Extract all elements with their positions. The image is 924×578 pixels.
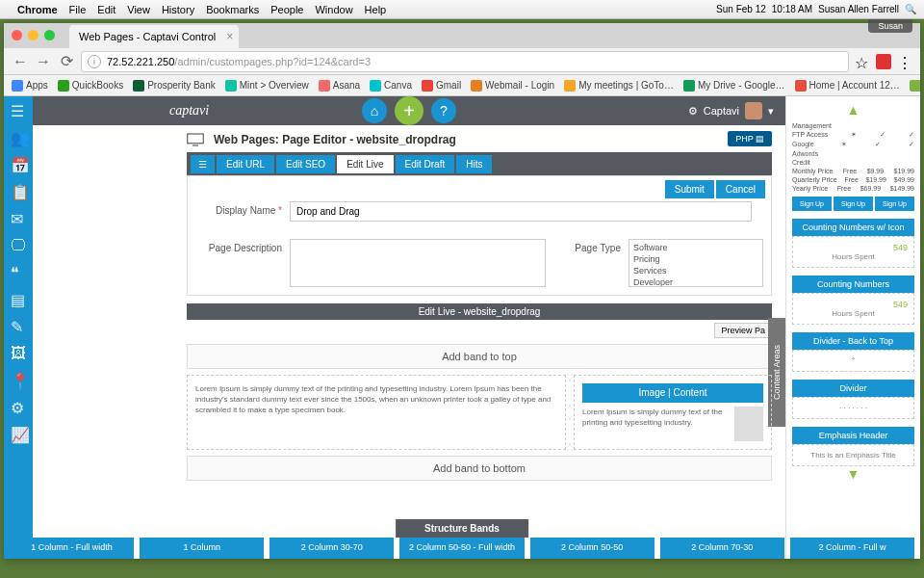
band-2col-5050[interactable]: 2 Column 50-50: [530, 538, 654, 559]
reload-icon[interactable]: ⟳: [58, 53, 75, 70]
scroll-up-icon[interactable]: ▲: [792, 102, 914, 118]
main: captavi ⌂ + ? ⚙ Captavi ▾ Web Pages: Pag…: [33, 96, 785, 559]
band-1col[interactable]: 1 Column: [140, 538, 264, 559]
tab-hits[interactable]: Hits: [456, 155, 492, 173]
add-band-bottom[interactable]: Add band to bottom: [187, 456, 772, 481]
bookmark-apps[interactable]: Apps: [12, 80, 48, 92]
clock-time: 10:18 AM: [772, 4, 812, 14]
bookmark-item[interactable]: Canva: [370, 80, 412, 92]
extension-icon[interactable]: [876, 54, 891, 69]
brand-logo[interactable]: captavi: [169, 103, 209, 118]
menu-window[interactable]: Window: [315, 4, 352, 15]
users-icon[interactable]: 👥: [11, 129, 26, 144]
chart-icon[interactable]: 📈: [11, 426, 26, 441]
menu-file[interactable]: File: [69, 4, 87, 15]
star-icon[interactable]: ☆: [855, 54, 870, 69]
band-2col-5050-full[interactable]: 2 Column 50-50 - Full width: [399, 538, 524, 559]
clock-date: Sun Feb 12: [716, 4, 766, 14]
preview-button[interactable]: Preview Pa: [714, 323, 772, 338]
help-button[interactable]: ?: [431, 98, 456, 123]
chrome-profile-badge[interactable]: Susan: [868, 19, 912, 33]
settings-icon[interactable]: ⚙: [11, 399, 26, 414]
add-button[interactable]: +: [395, 96, 424, 125]
bookmark-item[interactable]: Webmail - Login: [471, 80, 554, 92]
bookmark-item[interactable]: QuickBooks: [58, 80, 123, 92]
minimize-icon[interactable]: [28, 30, 38, 40]
cancel-button[interactable]: Cancel: [716, 180, 765, 198]
widget-emphasis[interactable]: Emphasis Header: [792, 427, 914, 444]
url-path: /admin/custompages.php?id=124&card=3: [174, 56, 371, 67]
display-name-input[interactable]: [290, 201, 752, 222]
browser-tab[interactable]: Web Pages - Captavi Control ×: [69, 25, 239, 48]
band-2col-7030[interactable]: 2 Column 70-30: [660, 538, 784, 559]
close-icon[interactable]: [12, 30, 22, 40]
band-2col-full[interactable]: 2 Column - Full w: [790, 538, 914, 559]
bookmark-item[interactable]: Home | Account 12…: [795, 80, 900, 92]
php-button[interactable]: PHP ▤: [728, 131, 772, 146]
band-text-col[interactable]: Lorem Ipsum is simply dummy text of the …: [187, 375, 566, 450]
widget-counting-icon[interactable]: Counting Numbers w/ Icon: [792, 219, 914, 236]
widget-divider-top[interactable]: Divider - Back to Top: [792, 332, 914, 350]
band-1col-full[interactable]: 1 Column - Full width: [10, 538, 134, 559]
menu-history[interactable]: History: [162, 4, 194, 15]
menu-view[interactable]: View: [127, 4, 150, 15]
page-type-select[interactable]: Software Pricing Services Developer Abou…: [629, 239, 763, 287]
tab-close-icon[interactable]: ×: [226, 30, 233, 43]
page-desc-input[interactable]: [290, 239, 546, 287]
band-image-col[interactable]: Image | Content Lorem Ipsum is simply du…: [574, 375, 772, 450]
pin-icon[interactable]: 📍: [11, 372, 26, 387]
tab-list-icon[interactable]: ☰: [191, 155, 215, 173]
tab-edit-seo[interactable]: Edit SEO: [276, 155, 335, 173]
signup-button[interactable]: Sign Up: [834, 197, 873, 211]
signup-button[interactable]: Sign Up: [792, 197, 832, 211]
widget-divider[interactable]: Divider: [792, 380, 914, 397]
forward-icon[interactable]: →: [35, 53, 52, 70]
widget-counting[interactable]: Counting Numbers: [792, 276, 914, 293]
user-label[interactable]: Captavi: [704, 105, 739, 117]
maximize-icon[interactable]: [44, 30, 55, 40]
menu-help[interactable]: Help: [365, 4, 387, 15]
spotlight-icon[interactable]: 🔍: [905, 4, 916, 14]
menu-icon[interactable]: ☰: [11, 102, 26, 118]
image-placeholder[interactable]: [734, 407, 763, 441]
bookmark-item[interactable]: Susan Farrell | Capt…: [910, 80, 920, 92]
edit-icon[interactable]: ✎: [11, 318, 26, 333]
gear-icon[interactable]: ⚙: [688, 105, 698, 118]
mac-user[interactable]: Susan Allen Farrell: [818, 4, 899, 14]
add-band-top[interactable]: Add band to top: [187, 344, 772, 369]
back-icon[interactable]: ←: [12, 53, 29, 70]
band-2col-3070[interactable]: 2 Column 30-70: [270, 538, 394, 559]
menu-icon[interactable]: ⋮: [897, 54, 912, 69]
chevron-down-icon[interactable]: ▾: [768, 105, 774, 118]
tab-edit-live[interactable]: Edit Live: [337, 155, 393, 173]
home-button[interactable]: ⌂: [362, 98, 387, 123]
site-info-icon[interactable]: i: [88, 55, 101, 68]
signup-button[interactable]: Sign Up: [875, 197, 914, 211]
bookmark-item[interactable]: Mint > Overview: [225, 80, 309, 92]
bookmark-item[interactable]: Gmail: [422, 80, 461, 92]
bookmark-item[interactable]: Prosperity Bank: [133, 80, 216, 92]
clipboard-icon[interactable]: 📋: [11, 183, 26, 198]
submit-button[interactable]: Submit: [665, 180, 714, 198]
app-name[interactable]: Chrome: [17, 4, 58, 15]
tab-title: Web Pages - Captavi Control: [79, 31, 216, 42]
bookmark-item[interactable]: My meetings | GoTo…: [564, 80, 674, 92]
mac-menubar: Chrome File Edit View History Bookmarks …: [0, 0, 924, 19]
scroll-down-icon[interactable]: ▼: [792, 466, 914, 482]
quote-icon[interactable]: ❝: [11, 264, 26, 279]
calendar-icon[interactable]: 📅: [11, 156, 26, 171]
mail-icon[interactable]: ✉: [11, 210, 26, 225]
menu-edit[interactable]: Edit: [97, 4, 116, 15]
image-icon[interactable]: 🖼: [11, 345, 26, 360]
desktop-icon[interactable]: 🖵: [11, 237, 26, 252]
tab-edit-draft[interactable]: Edit Draft: [396, 155, 455, 173]
avatar[interactable]: [745, 102, 762, 119]
window-controls: [12, 30, 55, 40]
bookmark-item[interactable]: My Drive - Google…: [683, 80, 785, 92]
bookmark-item[interactable]: Asana: [319, 80, 360, 92]
page-icon[interactable]: ▤: [11, 291, 26, 306]
menu-people[interactable]: People: [270, 4, 303, 15]
tab-edit-url[interactable]: Edit URL: [217, 155, 274, 173]
address-bar[interactable]: i 72.52.221.250/admin/custompages.php?id…: [81, 51, 849, 72]
menu-bookmarks[interactable]: Bookmarks: [206, 4, 259, 15]
